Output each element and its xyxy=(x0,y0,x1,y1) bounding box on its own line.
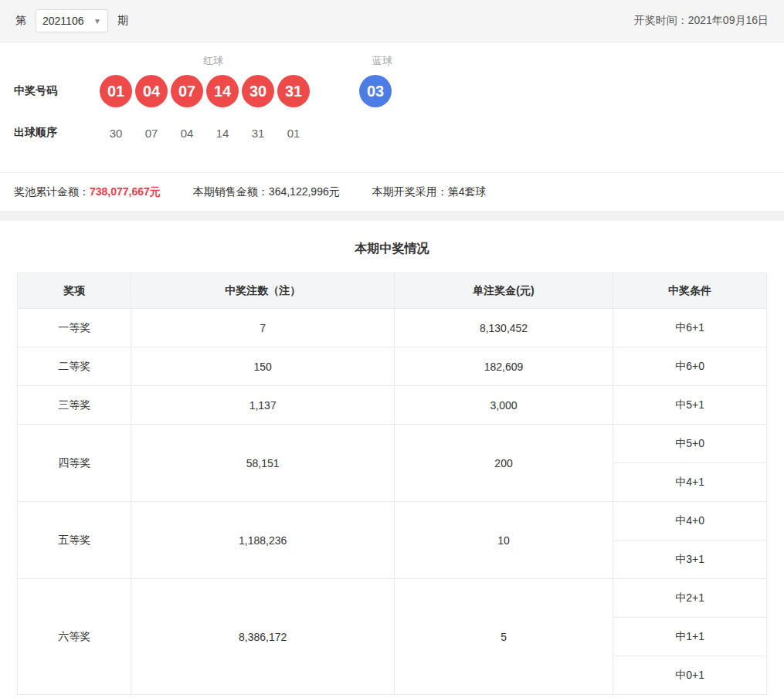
table-header-row: 奖项 中奖注数（注） 单注奖金(元) 中奖条件 xyxy=(18,273,767,309)
red-balls: 01 04 07 14 30 31 xyxy=(98,75,311,107)
amount-cell: 200 xyxy=(394,425,613,502)
column-header-count: 中奖注数（注） xyxy=(131,273,394,309)
amount-cell: 8,130,452 xyxy=(394,309,613,347)
amount-cell: 10 xyxy=(394,502,613,579)
amount-cell: 3,000 xyxy=(394,386,613,425)
prize-cell: 四等奖 xyxy=(18,425,131,502)
sales-amount-label: 本期销售金额： xyxy=(193,185,269,198)
condition-cell: 中1+1 xyxy=(613,618,767,656)
prize-cell: 二等奖 xyxy=(18,347,131,386)
draw-order-label: 出球顺序 xyxy=(0,126,98,140)
sales-amount-value: 364,122,996元 xyxy=(269,185,340,198)
red-ball-group-label: 红球 xyxy=(203,54,223,68)
blue-ball-group-label: 蓝球 xyxy=(372,54,392,68)
section-divider xyxy=(0,212,784,221)
table-row: 四等奖 58,151 200 中5+0 xyxy=(18,425,767,463)
red-ball: 01 xyxy=(100,75,132,107)
count-cell: 1,137 xyxy=(131,386,394,425)
draw-order-number: 30 xyxy=(110,127,123,140)
ball-set: 本期开奖采用：第4套球 xyxy=(372,185,487,199)
table-row: 二等奖 150 182,609 中6+0 xyxy=(18,347,767,386)
column-header-condition: 中奖条件 xyxy=(613,273,767,309)
red-ball: 14 xyxy=(206,75,239,107)
draw-order-number: 07 xyxy=(145,127,158,140)
condition-cell: 中4+0 xyxy=(613,502,767,540)
pool-amount: 奖池累计金额：738,077,667元 xyxy=(14,185,161,199)
period-select[interactable]: 2021106 ▼ xyxy=(36,9,108,32)
prize-cell: 六等奖 xyxy=(18,579,131,695)
draw-time-value: 2021年09月16日 xyxy=(688,14,769,26)
prize-cell: 一等奖 xyxy=(18,309,131,347)
pool-amount-label: 奖池累计金额： xyxy=(14,185,90,198)
table-row: 一等奖 7 8,130,452 中6+1 xyxy=(18,309,767,347)
count-cell: 58,151 xyxy=(131,425,394,502)
draw-time-label: 开奖时间： xyxy=(634,14,688,26)
stats-strip: 奖池累计金额：738,077,667元 本期销售金额：364,122,996元 … xyxy=(0,173,784,212)
count-cell: 150 xyxy=(131,347,394,386)
draw-order-numbers: 30 07 04 14 31 01 xyxy=(98,127,311,140)
condition-cell: 中2+1 xyxy=(613,579,767,618)
condition-cell: 中4+1 xyxy=(613,463,767,502)
amount-cell: 182,609 xyxy=(394,347,613,386)
condition-cell: 中6+0 xyxy=(613,347,767,386)
red-ball: 31 xyxy=(277,75,310,107)
condition-cell: 中0+1 xyxy=(613,656,767,695)
table-title: 本期中奖情况 xyxy=(17,241,767,257)
period-suffix-label: 期 xyxy=(117,14,128,28)
draw-order-number: 04 xyxy=(181,127,194,140)
condition-cell: 中6+1 xyxy=(613,309,767,347)
red-ball: 30 xyxy=(242,75,274,107)
table-row: 五等奖 1,188,236 10 中4+0 xyxy=(18,502,767,540)
count-cell: 1,188,236 xyxy=(131,502,394,579)
ball-group-heads: 红球 蓝球 xyxy=(0,53,784,69)
column-header-amount: 单注奖金(元) xyxy=(394,273,613,309)
winning-numbers-row: 中奖号码 01 04 07 14 30 31 03 xyxy=(0,75,784,107)
blue-ball: 03 xyxy=(359,75,392,107)
top-bar: 第 2021106 ▼ 期 开奖时间：2021年09月16日 xyxy=(0,0,784,42)
draw-time: 开奖时间：2021年09月16日 xyxy=(634,14,769,28)
count-cell: 8,386,172 xyxy=(131,579,394,695)
condition-cell: 中5+0 xyxy=(613,425,767,463)
sales-amount: 本期销售金额：364,122,996元 xyxy=(193,185,340,199)
period-prefix-label: 第 xyxy=(15,14,26,28)
draw-order-number: 14 xyxy=(216,127,229,140)
ball-set-value: 第4套球 xyxy=(448,185,487,198)
amount-cell: 5 xyxy=(394,579,613,695)
condition-cell: 中3+1 xyxy=(613,540,767,579)
draw-order-number: 31 xyxy=(252,127,265,140)
period-select-value: 2021106 xyxy=(42,15,83,27)
winning-numbers-label: 中奖号码 xyxy=(0,84,98,98)
prize-table: 奖项 中奖注数（注） 单注奖金(元) 中奖条件 一等奖 7 8,130,452 … xyxy=(17,273,767,695)
draw-order-row: 出球顺序 30 07 04 14 31 01 xyxy=(0,124,784,141)
table-row: 三等奖 1,137 3,000 中5+1 xyxy=(18,386,767,425)
condition-cell: 中5+1 xyxy=(613,386,767,425)
blue-balls: 03 xyxy=(358,75,393,107)
red-ball: 07 xyxy=(171,75,203,107)
pool-amount-value: 738,077,667元 xyxy=(90,185,161,198)
chevron-down-icon: ▼ xyxy=(93,17,101,25)
prize-cell: 五等奖 xyxy=(18,502,131,579)
table-row: 六等奖 8,386,172 5 中2+1 xyxy=(18,579,767,618)
prize-table-section: 本期中奖情况 奖项 中奖注数（注） 单注奖金(元) 中奖条件 一等奖 7 8,1… xyxy=(0,221,784,698)
column-header-prize: 奖项 xyxy=(18,273,131,309)
draw-order-number: 01 xyxy=(287,127,300,140)
numbers-section: 红球 蓝球 中奖号码 01 04 07 14 30 31 03 出球顺序 30 … xyxy=(0,42,784,173)
count-cell: 7 xyxy=(131,309,394,347)
ball-set-label: 本期开奖采用： xyxy=(372,185,448,198)
prize-cell: 三等奖 xyxy=(18,386,131,425)
red-ball: 04 xyxy=(135,75,168,107)
